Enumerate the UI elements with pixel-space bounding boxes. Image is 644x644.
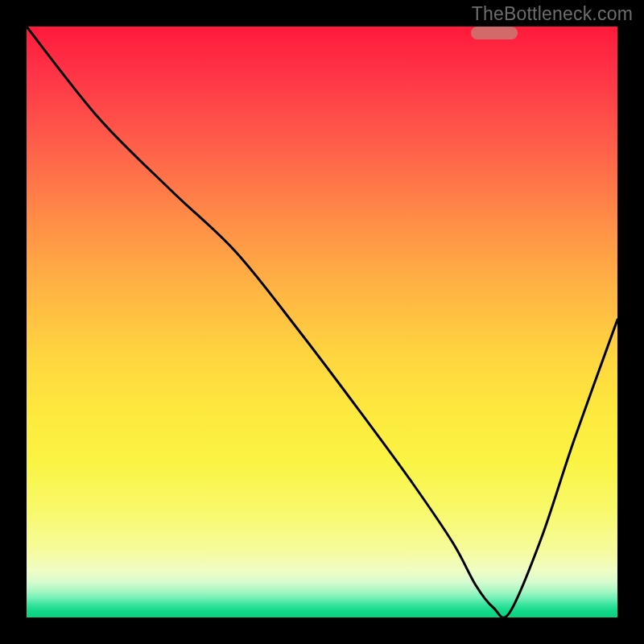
- chart-frame: TheBottleneck.com: [0, 0, 644, 644]
- bottleneck-curve: [27, 27, 617, 617]
- optimal-marker: [471, 27, 518, 39]
- plot-area: [27, 27, 617, 617]
- watermark-text: TheBottleneck.com: [472, 3, 633, 25]
